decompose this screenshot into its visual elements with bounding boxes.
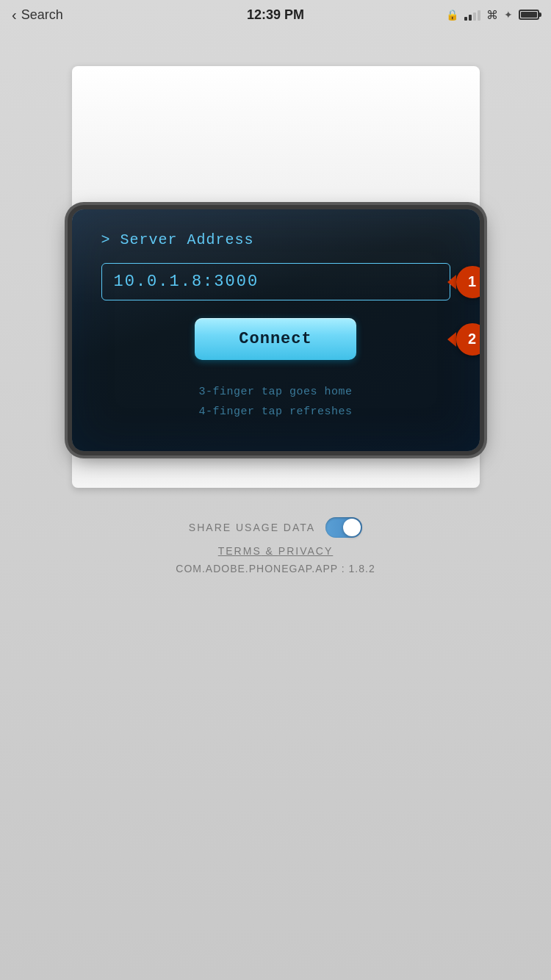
footer-version: COM.ADOBE.PHONEGAP.APP : 1.8.2 — [176, 563, 375, 574]
wifi-icon: ⌘ — [486, 8, 498, 22]
annotation-arrow-2 — [447, 332, 456, 347]
annotation-badge-1: 1 — [456, 266, 480, 298]
terms-link[interactable]: TERMS — [218, 545, 262, 557]
hint-text: 3-finger tap goes home 4-finger tap refr… — [101, 382, 450, 422]
screen-shelf: > Server Address 1 Connect 2 3-finger ta… — [72, 209, 480, 451]
status-bar: ‹ Search 12:39 PM 🔒 ⌘ ✦ — [0, 0, 551, 29]
back-label[interactable]: Search — [21, 7, 63, 23]
toggle-knob — [343, 519, 361, 536]
footer-ampersand: & — [262, 545, 278, 557]
share-usage-label: SHARE USAGE DATA — [189, 522, 315, 533]
footer-links: TERMS & PRIVACY — [176, 545, 375, 557]
connect-button[interactable]: Connect — [195, 318, 356, 360]
connect-btn-wrapper: Connect 2 — [101, 318, 450, 360]
bluetooth-icon: ✦ — [504, 9, 513, 21]
annotation-arrow-1 — [447, 275, 456, 289]
signal-bar-2 — [469, 15, 472, 21]
battery-icon — [519, 10, 539, 20]
signal-bar-3 — [473, 12, 476, 21]
lock-icon: 🔒 — [446, 9, 458, 21]
share-usage-row: SHARE USAGE DATA — [176, 517, 375, 538]
top-panel — [72, 66, 480, 209]
signal-bar-4 — [478, 10, 480, 21]
hint-line-1: 3-finger tap goes home — [101, 382, 450, 402]
footer: SHARE USAGE DATA TERMS & PRIVACY COM.ADO… — [176, 517, 375, 574]
terminal-screen: > Server Address 1 Connect 2 3-finger ta… — [72, 209, 480, 451]
signal-bar-1 — [464, 17, 467, 21]
status-bar-right: 🔒 ⌘ ✦ — [446, 8, 539, 22]
server-address-input[interactable] — [101, 263, 450, 300]
back-arrow-icon[interactable]: ‹ — [12, 7, 17, 24]
battery-fill — [521, 12, 537, 18]
address-input-wrapper: 1 — [101, 263, 450, 300]
share-usage-toggle[interactable] — [325, 517, 362, 538]
hint-line-2: 4-finger tap refreshes — [101, 402, 450, 422]
server-address-label: > Server Address — [101, 231, 450, 248]
status-bar-left: ‹ Search — [12, 7, 63, 24]
bottom-panel — [72, 451, 480, 488]
privacy-link[interactable]: PRIVACY — [278, 545, 333, 557]
signal-icon — [464, 9, 480, 21]
annotation-badge-2: 2 — [456, 323, 480, 356]
main-content: > Server Address 1 Connect 2 3-finger ta… — [0, 29, 551, 574]
status-time: 12:39 PM — [247, 7, 304, 23]
